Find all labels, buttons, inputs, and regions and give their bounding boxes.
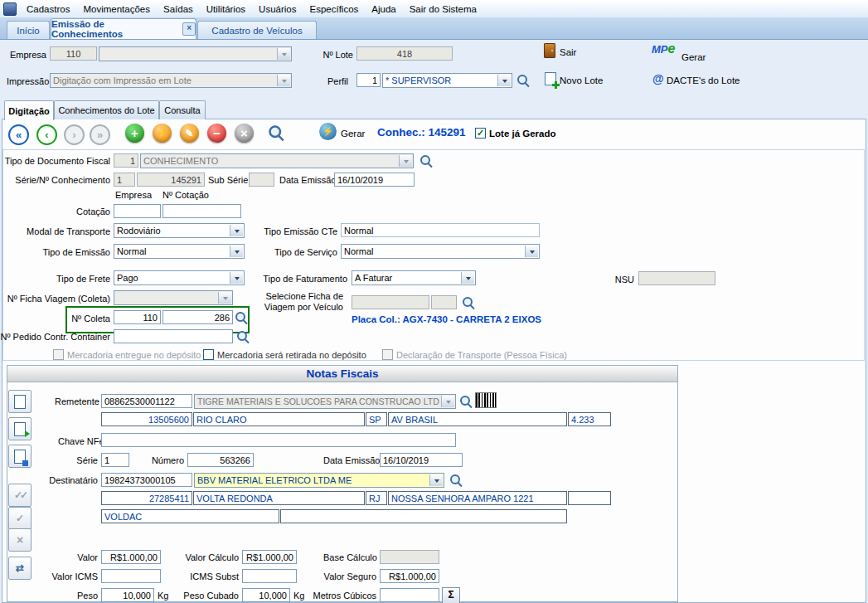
menu-sair-do-sistema[interactable]: Sair do Sistema	[403, 2, 483, 17]
empresa-col-label: Empresa	[115, 190, 152, 200]
close-tab-icon[interactable]: ×	[182, 22, 196, 36]
icms-subst-field[interactable]	[242, 569, 297, 583]
dacte-globe-icon[interactable]: @	[652, 72, 664, 85]
tipo-emissao-value: Normal	[117, 246, 146, 256]
nf-edit-button[interactable]	[8, 445, 32, 468]
peso-cubado-field[interactable]: 10,000	[242, 588, 290, 602]
sair-button[interactable]: Sair	[560, 47, 576, 57]
gerar-toolbar-icon[interactable]: ⚡	[319, 123, 337, 140]
nav-last-button[interactable]: »	[90, 124, 110, 145]
destinatario-doc-field[interactable]: 19824373000105	[101, 473, 192, 487]
impressao-combo[interactable]: Digitação com Impressão em Lote	[50, 73, 292, 88]
search-record-icon[interactable]	[268, 124, 284, 141]
pedido-container-field[interactable]	[114, 329, 233, 343]
gerar-toolbar-button[interactable]: Gerar	[341, 129, 365, 139]
menu-utilitarios[interactable]: Utilitários	[200, 2, 252, 17]
coleta-empresa-field[interactable]: 110	[114, 310, 161, 324]
declaracao-transporte-checkbox[interactable]	[382, 349, 393, 360]
nf-confirm-all-button[interactable]: ✓✓	[8, 484, 32, 507]
nf-adjust-button[interactable]: ⇄	[8, 557, 32, 580]
novo-lote-button[interactable]: Novo Lote	[560, 75, 603, 85]
dacte-do-lote-button[interactable]: DACTE's do Lote	[667, 75, 740, 85]
peso-field[interactable]: 10,000	[101, 588, 154, 602]
modal-value: Rodoviário	[117, 226, 161, 236]
data-emissao-field[interactable]: 16/10/2019	[334, 173, 415, 187]
search-icon[interactable]	[516, 74, 530, 87]
nf-cancel-button[interactable]: ×	[8, 528, 32, 552]
destinatario-combo[interactable]: BBV MATERIAL ELETRICO LTDA ME	[194, 473, 444, 488]
nav-prior-button[interactable]: ‹	[36, 124, 57, 145]
import-document-icon	[14, 422, 26, 436]
search-icon[interactable]	[235, 311, 248, 324]
menu-usuarios[interactable]: Usuários	[252, 2, 303, 17]
metros-cubicos-field[interactable]	[380, 588, 439, 602]
menu-movimentacoes[interactable]: Movimentações	[76, 2, 157, 17]
chave-nfe-field[interactable]	[101, 433, 456, 447]
nav-first-button[interactable]: «	[8, 124, 29, 145]
search-icon[interactable]	[449, 474, 463, 487]
tab-cadastro-veiculos[interactable]: Cadastro de Veículos	[197, 21, 317, 39]
nf-confirm-button[interactable]: ✓	[8, 507, 32, 530]
valor-seguro-field[interactable]: R$1.000,00	[380, 569, 439, 583]
menu-saidas[interactable]: Saídas	[157, 2, 200, 17]
perfil-number-field[interactable]: 1	[356, 73, 381, 87]
gerar-header-button[interactable]: Gerar	[681, 52, 706, 62]
nf-new-button[interactable]	[8, 390, 32, 413]
tab-emissao-conhecimentos[interactable]: Emissão de Conhecimentos ×	[51, 18, 196, 39]
perfil-combo[interactable]: * SUPERVISOR	[382, 73, 512, 88]
search-icon[interactable]	[236, 330, 250, 343]
sum-button[interactable]: Σ	[442, 587, 460, 603]
tab-conhecimentos-do-lote[interactable]: Conhecimentos do Lote	[54, 100, 159, 119]
tipo-servico-combo[interactable]: Normal	[341, 244, 540, 259]
coleta-numero-field[interactable]: 286	[162, 310, 233, 324]
nf-serie-label: Série	[75, 455, 98, 465]
tipo-frete-combo[interactable]: Pago	[114, 270, 245, 285]
empresa-combo[interactable]	[99, 46, 292, 61]
search-icon[interactable]	[462, 296, 475, 309]
menu-cadastros[interactable]: Cadastros	[20, 2, 76, 17]
remetente-combo[interactable]: TIGRE MATERIAIS E SOLUCOES PARA CONSTRUC…	[194, 394, 456, 409]
cotacao-empresa-field[interactable]	[114, 204, 161, 218]
nf-import-button[interactable]	[8, 417, 32, 440]
remetente-numero-box: 4.233	[568, 412, 611, 426]
ficha-veiculo-field-1[interactable]	[352, 295, 429, 309]
valor-calculo-field[interactable]: R$1.000,00	[242, 550, 297, 564]
quick-action-button[interactable]: ⚡	[153, 124, 172, 143]
tab-inicio[interactable]: Início	[7, 21, 50, 39]
destinatario-numero-box	[568, 491, 611, 505]
search-icon[interactable]	[419, 154, 433, 168]
tipo-faturamento-combo[interactable]: A Faturar	[352, 270, 476, 285]
tipo-emissao-combo[interactable]: Normal	[114, 244, 245, 259]
empresa-label: Empresa	[8, 50, 46, 60]
lote-gerado-checkbox[interactable]: ✓	[475, 128, 486, 139]
edit-record-button[interactable]: ✎	[180, 124, 199, 143]
cotacao-numero-field[interactable]	[162, 204, 241, 218]
nav-next-button[interactable]: ›	[64, 124, 85, 145]
ficha-viagem-combo[interactable]	[114, 290, 233, 305]
cancel-record-button[interactable]: ×	[235, 124, 254, 143]
barcode-icon[interactable]	[475, 392, 497, 408]
exit-door-icon[interactable]	[544, 43, 555, 58]
mercadoria-entregue-checkbox[interactable]	[53, 349, 64, 360]
nf-data-emissao-field[interactable]: 16/10/2019	[380, 453, 463, 467]
delete-record-button[interactable]: −	[207, 124, 226, 143]
menu-especificos[interactable]: Específicos	[303, 2, 365, 17]
new-lote-icon[interactable]	[545, 72, 556, 85]
ficha-veiculo-field-2[interactable]	[431, 295, 457, 309]
tipo-doc-combo[interactable]: CONHECIMENTO	[140, 153, 414, 168]
remetente-doc-field[interactable]: 08862530001122	[101, 394, 192, 408]
tab-digitacao[interactable]: Digitação	[4, 100, 54, 120]
tab-label: Conhecimentos do Lote	[58, 105, 154, 115]
mercadoria-retirada-checkbox[interactable]	[203, 349, 214, 360]
nf-serie-field[interactable]: 1	[101, 453, 129, 467]
modal-combo[interactable]: Rodoviário	[114, 223, 245, 238]
mpe-logo-icon[interactable]: MP e	[652, 41, 675, 56]
tipo-emissao-cte-field: Normal	[341, 223, 540, 237]
search-icon[interactable]	[459, 395, 473, 408]
nf-numero-field[interactable]: 563266	[187, 453, 254, 467]
tab-consulta[interactable]: Consulta	[159, 100, 206, 119]
valor-icms-field[interactable]	[101, 569, 161, 583]
valor-field[interactable]: R$1.000,00	[101, 550, 161, 564]
menu-ajuda[interactable]: Ajuda	[365, 2, 402, 17]
add-record-button[interactable]: +	[125, 124, 144, 143]
